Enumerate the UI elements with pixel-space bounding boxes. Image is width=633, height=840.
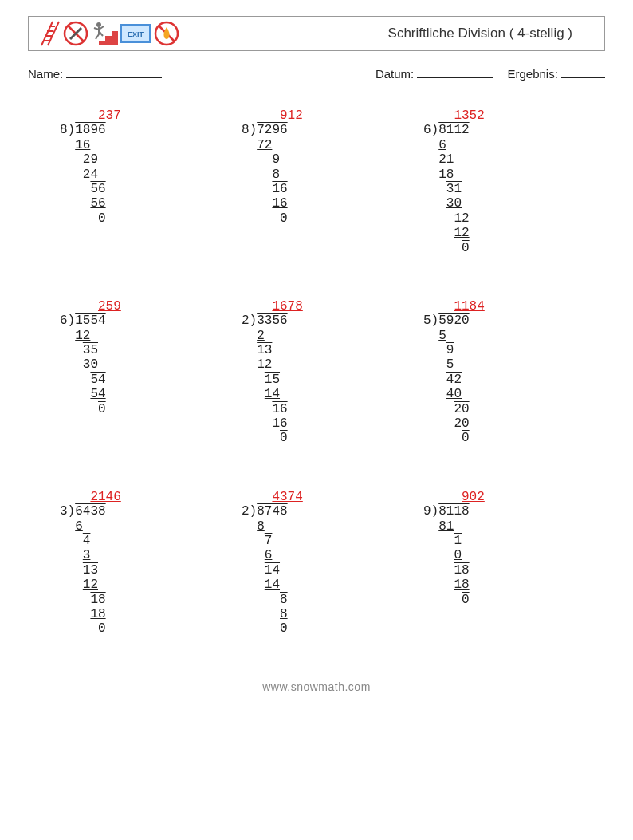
dividend: 8112 <box>438 123 469 137</box>
svg-line-1 <box>48 22 59 45</box>
quotient: 2146 <box>90 490 120 504</box>
dividend: 6438 <box>75 504 105 519</box>
dividend: 8118 <box>438 504 469 519</box>
ladder-icon <box>37 20 61 47</box>
quotient: 1184 <box>454 299 484 314</box>
date-label: Datum: <box>375 67 414 81</box>
division-problem: 2596)1554 12 35 30 54 54 0 <box>60 299 210 446</box>
name-blank[interactable] <box>66 77 162 78</box>
svg-text:EXIT: EXIT <box>128 30 144 38</box>
result-blank[interactable] <box>561 77 605 78</box>
dividend: 1896 <box>75 123 105 137</box>
quotient: 259 <box>98 299 121 314</box>
quotient: 912 <box>280 108 303 123</box>
division-problem: 21463)6438 6 4 3 13 12 18 18 0 <box>60 490 210 637</box>
name-label: Name: <box>28 67 63 81</box>
quotient: 1352 <box>454 108 484 123</box>
dividend: 8748 <box>257 504 287 519</box>
dividend: 3356 <box>257 314 287 328</box>
quotient: 237 <box>98 108 121 123</box>
quotient: 4374 <box>272 490 302 504</box>
exit-sign-icon: EXIT <box>120 20 151 47</box>
division-problem: 2378)1896 16 29 24 56 56 0 <box>60 108 210 255</box>
dividend: 7296 <box>257 123 287 137</box>
quotient: 1678 <box>272 299 302 314</box>
quotient: 902 <box>462 490 485 504</box>
division-problem: 9029)8118 81 1 0 18 18 0 <box>423 490 573 637</box>
stairs-person-icon <box>91 20 118 47</box>
icon-row: EXIT <box>37 20 180 47</box>
division-problem: 16782)3356 2 13 12 15 14 16 16 0 <box>242 299 391 446</box>
result-label: Ergebnis: <box>507 67 557 81</box>
header-box: EXIT Schriftliche Division ( 4-stellig ) <box>28 16 605 51</box>
dividend: 5920 <box>438 314 469 328</box>
division-problem: 11845)5920 5 9 5 42 40 20 20 0 <box>423 299 573 446</box>
info-row: Name: Datum: Ergebnis: <box>28 67 605 81</box>
division-problem: 13526)8112 6 21 18 31 30 12 12 0 <box>423 108 573 255</box>
division-problem: 43742)8748 8 7 6 14 14 8 8 0 <box>242 490 391 637</box>
worksheet-title: Schriftliche Division ( 4-stellig ) <box>388 26 572 41</box>
svg-point-9 <box>96 22 101 27</box>
svg-line-0 <box>41 22 53 45</box>
no-syringe-icon <box>62 20 89 47</box>
footer: www.snowmath.com <box>28 680 605 693</box>
no-fire-icon <box>153 20 180 47</box>
division-problem: 9128)7296 72 9 8 16 16 0 <box>242 108 391 255</box>
date-blank[interactable] <box>417 77 493 78</box>
problem-grid: 2378)1896 16 29 24 56 56 0 9128)7296 72 … <box>28 108 605 637</box>
dividend: 1554 <box>75 314 105 328</box>
